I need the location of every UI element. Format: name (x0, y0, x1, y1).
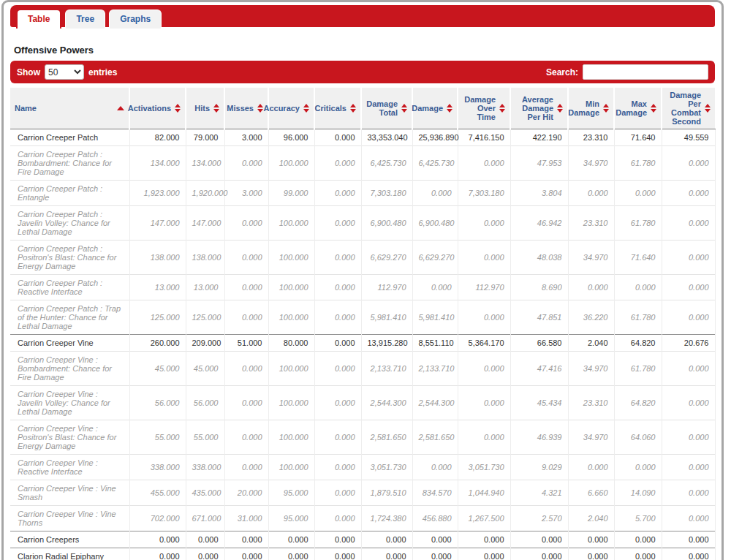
table-row[interactable]: Carrion Creeper Vine : Reactive Interfac… (10, 455, 715, 480)
table-row[interactable]: Carrion Creeper Patch : Entangle1,923.00… (10, 181, 715, 206)
cell-value: 0.000 (314, 181, 361, 206)
cell-value: 34.970 (568, 420, 614, 455)
column-header-min-damage[interactable]: Min Damage (568, 88, 614, 129)
cell-value: 0.000 (662, 480, 715, 506)
table-row[interactable]: Carrion Creeper Vine260.000209.00051.000… (10, 335, 715, 352)
cell-value: 3,051.730 (361, 455, 412, 480)
column-header-activations[interactable]: Activations (129, 88, 186, 129)
column-header-accuracy[interactable]: Accuracy (268, 88, 314, 129)
cell-value: 100.000 (268, 275, 314, 300)
tab-graphs[interactable]: Graphs (109, 10, 162, 29)
table-row[interactable]: Carrion Creeper Patch : Trap of the Hunt… (10, 300, 715, 335)
cell-value: 6,425.730 (412, 146, 458, 181)
cell-value: 2.040 (568, 335, 614, 352)
cell-value: 45.434 (510, 386, 568, 420)
cell-value: 0.000 (314, 531, 361, 548)
cell-value: 0.000 (662, 206, 715, 241)
cell-value: 45.000 (186, 352, 224, 386)
cell-value: 0.000 (224, 241, 268, 275)
cell-value: 6,900.480 (361, 206, 412, 241)
cell-value: 138.000 (129, 241, 186, 275)
column-header-name[interactable]: Name (10, 88, 129, 129)
column-label: Activations (128, 104, 171, 113)
column-header-misses[interactable]: Misses (224, 88, 268, 129)
cell-value: 48.038 (510, 241, 568, 275)
cell-value: 0.000 (458, 241, 510, 275)
column-header-damage[interactable]: Damage (412, 88, 458, 129)
cell-power-name: Carrion Creeper Patch : Reactive Interfa… (10, 275, 129, 300)
cell-value: 0.000 (412, 548, 458, 560)
cell-value: 435.000 (186, 480, 224, 506)
table-row[interactable]: Carrion Creeper Patch82.00079.0003.00096… (10, 129, 715, 146)
cell-value: 0.000 (314, 480, 361, 506)
cell-value: 0.000 (314, 241, 361, 275)
cell-power-name: Carrion Creeper Vine : Positron's Blast:… (10, 420, 129, 455)
column-header-max-damage[interactable]: Max Damage (614, 88, 662, 129)
page-size-select[interactable]: 50 (45, 64, 84, 80)
cell-value: 112.970 (361, 275, 412, 300)
cell-value: 8,551.110 (412, 335, 458, 352)
cell-value: 47.416 (510, 352, 568, 386)
table-row[interactable]: Carrion Creeper Vine : Vine Smash455.000… (10, 480, 715, 506)
cell-value: 456.880 (412, 506, 458, 531)
search-input[interactable] (583, 64, 708, 80)
cell-value: 0.000 (224, 420, 268, 455)
table-row[interactable]: Carrion Creeper Vine : Javelin Volley: C… (10, 386, 715, 420)
sort-both-icon (257, 104, 263, 113)
cell-value: 0.000 (224, 275, 268, 300)
cell-value: 47.851 (510, 300, 568, 335)
cell-value: 0.000 (662, 531, 715, 548)
cell-value: 3.000 (224, 129, 268, 146)
cell-value: 147.000 (186, 206, 224, 241)
column-header-damage-per-combat-second[interactable]: Damage Per Combat Second (662, 88, 715, 129)
cell-value: 0.000 (662, 420, 715, 455)
cell-value: 2.040 (568, 506, 614, 531)
table-row[interactable]: Carrion Creeper Vine : Positron's Blast:… (10, 420, 715, 455)
cell-value: 455.000 (129, 480, 186, 506)
column-header-damage-over-time[interactable]: Damage Over Time (458, 88, 510, 129)
column-header-average-damage-per-hit[interactable]: Average Damage Per Hit (510, 88, 568, 129)
cell-power-name: Clarion Radial Epiphany (10, 548, 129, 560)
cell-value: 338.000 (186, 455, 224, 480)
cell-value: 0.000 (224, 206, 268, 241)
cell-value: 0.000 (662, 386, 715, 420)
table-row[interactable]: Carrion Creeper Patch : Bombardment: Cha… (10, 146, 715, 181)
table-row[interactable]: Carrion Creeper Patch : Javelin Volley: … (10, 206, 715, 241)
cell-value: 1,923.000 (129, 181, 186, 206)
cell-value: 45.000 (129, 352, 186, 386)
cell-power-name: Carrion Creeper Vine : Javelin Volley: C… (10, 386, 129, 420)
column-label: Hits (194, 104, 210, 113)
cell-value: 2,133.710 (361, 352, 412, 386)
column-header-damage-total[interactable]: Damage Total (361, 88, 412, 129)
tab-table[interactable]: Table (16, 9, 61, 29)
table-row[interactable]: Carrion Creeper Vine : Bombardment: Chan… (10, 352, 715, 386)
cell-value: 0.000 (662, 146, 715, 181)
cell-value: 82.000 (129, 129, 186, 146)
table-row[interactable]: Carrion Creeper Patch : Positron's Blast… (10, 241, 715, 275)
column-label: Damage Per Combat Second (667, 91, 701, 126)
sort-both-icon (447, 104, 452, 113)
cell-value: 2,581.650 (412, 420, 458, 455)
table-row[interactable]: Carrion Creepers0.0000.0000.0000.0000.00… (10, 531, 715, 548)
column-header-hits[interactable]: Hits (186, 88, 224, 129)
cell-value: 0.000 (268, 531, 314, 548)
tab-tree[interactable]: Tree (65, 10, 105, 29)
cell-value: 0.000 (224, 352, 268, 386)
column-label: Min Damage (568, 99, 599, 117)
cell-value: 100.000 (268, 146, 314, 181)
cell-value: 100.000 (268, 455, 314, 480)
table-row[interactable]: Carrion Creeper Patch : Reactive Interfa… (10, 275, 715, 300)
cell-value: 671.000 (186, 506, 224, 531)
cell-value: 0.000 (314, 455, 361, 480)
cell-value: 2.570 (510, 506, 568, 531)
cell-value: 79.000 (186, 129, 224, 146)
cell-value: 71.640 (614, 241, 662, 275)
cell-power-name: Carrion Creeper Vine : Vine Smash (10, 480, 129, 506)
cell-value: 125.000 (129, 300, 186, 335)
column-header-criticals[interactable]: Criticals (314, 88, 361, 129)
table-row[interactable]: Carrion Creeper Vine : Vine Thorns702.00… (10, 506, 715, 531)
table-row[interactable]: Clarion Radial Epiphany0.0000.0000.0000.… (10, 548, 715, 560)
cell-value: 20.676 (662, 335, 715, 352)
cell-value: 0.000 (412, 181, 458, 206)
cell-value: 23.310 (568, 386, 614, 420)
